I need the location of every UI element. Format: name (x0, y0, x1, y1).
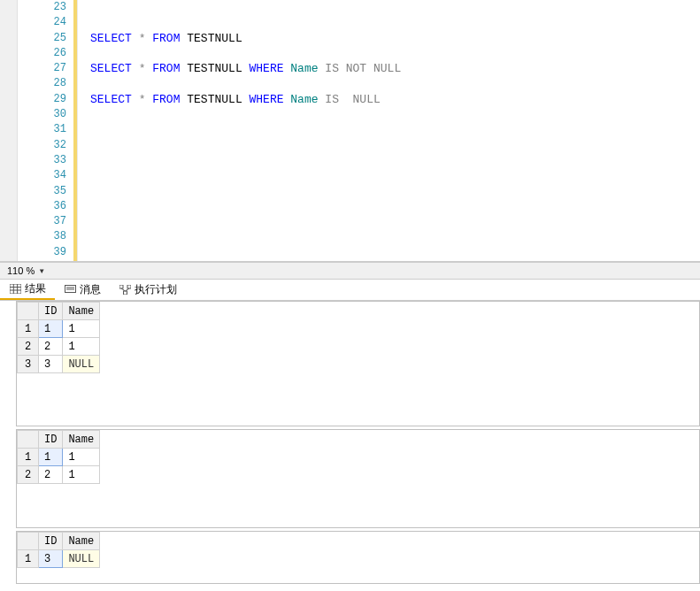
results-container: IDName11122133NULLIDName111221IDName13NU… (0, 301, 700, 591)
line-number: 30 (18, 107, 73, 122)
tab-results[interactable]: 结果 (0, 280, 55, 300)
cell[interactable]: 1 (39, 449, 63, 466)
cell[interactable]: 1 (39, 320, 63, 338)
code-line[interactable] (90, 138, 700, 153)
cell[interactable]: 1 (63, 320, 100, 338)
line-number: 23 (18, 0, 73, 15)
plan-icon (119, 285, 131, 296)
cell[interactable]: 3 (39, 356, 63, 373)
result-grid[interactable]: IDName111221 (17, 430, 100, 484)
code-line[interactable] (90, 153, 700, 168)
line-number: 26 (18, 46, 73, 61)
svg-rect-0 (10, 284, 21, 294)
results-tab-bar: 结果 消息 执行计划 (0, 280, 700, 301)
column-header[interactable]: Name (63, 431, 100, 449)
result-grid[interactable]: IDName11122133NULL (17, 302, 100, 373)
line-number-gutter: 2324252627282930313233343536373839 (18, 0, 78, 261)
code-line[interactable]: SELECT * FROM TESTNULL WHERE Name IS NUL… (90, 92, 700, 107)
grid-corner (18, 533, 39, 550)
code-line[interactable] (90, 122, 700, 137)
line-number: 36 (18, 199, 73, 214)
code-line[interactable] (90, 245, 700, 260)
row-header[interactable]: 1 (18, 449, 39, 466)
row-header[interactable]: 2 (18, 338, 39, 356)
table-row[interactable]: 111 (18, 449, 100, 466)
line-number: 28 (18, 76, 73, 91)
result-grid[interactable]: IDName13NULL (17, 532, 100, 568)
row-header[interactable]: 1 (18, 320, 39, 338)
column-header[interactable]: Name (63, 303, 100, 320)
column-header[interactable]: ID (39, 303, 63, 320)
column-header[interactable]: ID (39, 431, 63, 449)
tab-plan-label: 执行计划 (135, 282, 177, 297)
result-grid-pane[interactable]: IDName111221 (16, 429, 700, 528)
tab-results-label: 结果 (25, 281, 46, 296)
line-number: 35 (18, 184, 73, 199)
svg-rect-8 (119, 285, 123, 288)
tab-execution-plan[interactable]: 执行计划 (110, 280, 186, 300)
row-header[interactable]: 2 (18, 466, 39, 484)
code-line[interactable] (90, 168, 700, 183)
line-number: 31 (18, 122, 73, 137)
line-number: 39 (18, 245, 73, 260)
svg-rect-10 (123, 291, 127, 295)
code-text-area[interactable]: SELECT * FROM TESTNULLSELECT * FROM TEST… (78, 0, 700, 261)
line-number: 27 (18, 61, 73, 76)
line-number: 25 (18, 31, 73, 46)
grid-corner (18, 303, 39, 320)
cell[interactable]: NULL (63, 356, 100, 373)
row-header[interactable]: 1 (18, 550, 39, 568)
code-line[interactable] (90, 0, 700, 15)
zoom-dropdown[interactable]: 110 % ▼ (7, 265, 45, 276)
code-line[interactable] (90, 199, 700, 214)
table-row[interactable]: 13NULL (18, 550, 100, 568)
line-number: 33 (18, 153, 73, 168)
sql-editor[interactable]: 2324252627282930313233343536373839 SELEC… (0, 0, 700, 262)
table-row[interactable]: 111 (18, 320, 100, 338)
line-number: 34 (18, 168, 73, 183)
table-row[interactable]: 221 (18, 466, 100, 484)
code-line[interactable] (90, 76, 700, 91)
cell[interactable]: 1 (63, 338, 100, 356)
grid-corner (18, 431, 39, 449)
table-row[interactable]: 221 (18, 338, 100, 356)
cell[interactable]: 2 (39, 466, 63, 484)
svg-rect-9 (127, 285, 131, 288)
message-icon (64, 285, 76, 296)
zoom-bar: 110 % ▼ (0, 262, 700, 280)
table-row[interactable]: 33NULL (18, 356, 100, 373)
cell[interactable]: 1 (63, 466, 100, 484)
line-number: 37 (18, 214, 73, 229)
code-line[interactable] (90, 229, 700, 244)
cell[interactable]: NULL (63, 550, 100, 568)
line-number: 38 (18, 229, 73, 244)
cell[interactable]: 1 (63, 449, 100, 466)
code-line[interactable] (90, 214, 700, 229)
code-line[interactable] (90, 107, 700, 122)
grid-icon (9, 284, 21, 295)
chevron-down-icon: ▼ (38, 267, 45, 275)
code-line[interactable] (90, 15, 700, 30)
code-line[interactable]: SELECT * FROM TESTNULL (90, 31, 700, 46)
code-line[interactable]: SELECT * FROM TESTNULL WHERE Name IS NOT… (90, 61, 700, 76)
tab-messages-label: 消息 (80, 282, 101, 297)
column-header[interactable]: Name (63, 533, 100, 550)
zoom-value: 110 % (7, 265, 35, 276)
tab-messages[interactable]: 消息 (55, 280, 110, 300)
line-number: 29 (18, 92, 73, 107)
result-grid-pane[interactable]: IDName11122133NULL (16, 301, 700, 426)
line-number: 24 (18, 15, 73, 30)
line-number: 32 (18, 138, 73, 153)
cell[interactable]: 3 (39, 550, 63, 568)
breakpoint-margin[interactable] (0, 0, 18, 261)
column-header[interactable]: ID (39, 533, 63, 550)
cell[interactable]: 2 (39, 338, 63, 356)
code-line[interactable] (90, 184, 700, 199)
result-grid-pane[interactable]: IDName13NULL (16, 531, 700, 584)
code-line[interactable] (90, 46, 700, 61)
row-header[interactable]: 3 (18, 356, 39, 373)
